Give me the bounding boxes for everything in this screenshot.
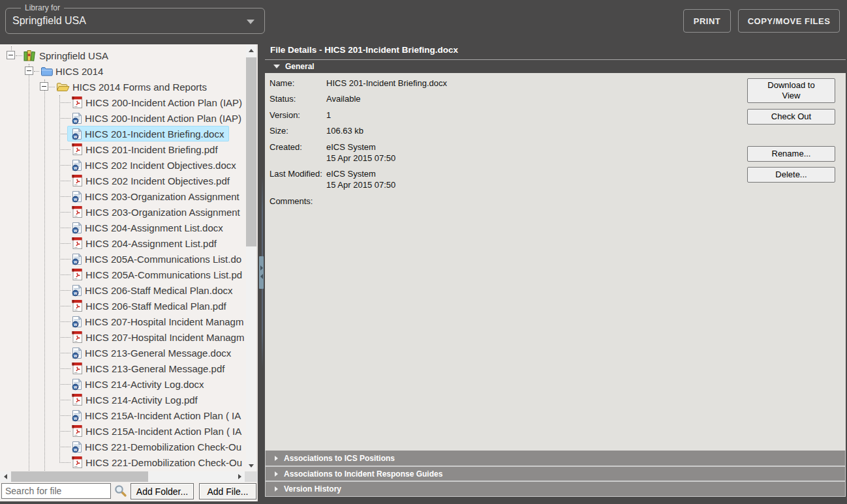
tree-item-label: HICS 215A-Incident Action Plan ( IA [85, 410, 241, 421]
check-out-button[interactable]: Check Out [747, 109, 835, 125]
tree-item-hics-204-assignment-list-pdf[interactable]: HICS 204-Assignment List.pdf [0, 235, 246, 251]
tree-vertical-scrollbar[interactable] [246, 45, 256, 471]
panel-splitter[interactable] [258, 0, 265, 504]
tree-item-hics-2014-forms-and-reports[interactable]: HICS 2014 Forms and Reports [0, 79, 246, 95]
tree-item-hics-201-incident-briefing-pdf[interactable]: HICS 201-Incident Briefing.pdf [0, 141, 246, 157]
file-details-panel: General Download to View Check Out Renam… [265, 59, 846, 497]
chevron-down-icon [247, 20, 254, 24]
tree-item-hics-206-staff-medical-plan-pdf[interactable]: HICS 206-Staff Medical Plan.pdf [0, 298, 246, 314]
word-file-icon: w [72, 112, 82, 125]
field-label: Name: [270, 78, 326, 89]
svg-text:w: w [73, 384, 78, 389]
word-file-icon: w [72, 316, 82, 328]
tree-item-label: HICS 213-General Message.docx [85, 348, 231, 359]
word-file-icon: w [72, 253, 82, 265]
tree-item-label: HICS 215A-Incident Action Plan ( IA [85, 426, 241, 437]
tree-item-hics-2014[interactable]: HICS 2014 [0, 63, 246, 79]
tree-item-hics-201-incident-briefing-docx[interactable]: wHICS 201-Incident Briefing.docx [0, 126, 246, 141]
search-icon[interactable] [114, 484, 127, 497]
tree-item-hics-204-assignment-list-docx[interactable]: wHICS 204-Assignment List.docx [0, 220, 246, 235]
pdf-file-icon [72, 174, 83, 187]
scroll-right-button[interactable] [234, 471, 245, 482]
splitter-handle[interactable] [259, 256, 264, 289]
tree-item-hics-207-hospital-incident-managm[interactable]: wHICS 207-Hospital Incident Managm [0, 314, 246, 329]
tree-item-hics-215a-incident-action-plan-ia[interactable]: wHICS 215A-Incident Action Plan ( IA [0, 408, 246, 423]
add-file-button[interactable]: Add File... [199, 483, 256, 499]
pdf-file-icon [72, 143, 83, 156]
download-to-view-button[interactable]: Download to View [747, 78, 835, 103]
rename-button[interactable]: Rename... [747, 146, 835, 162]
tree-item-hics-213-general-message-pdf[interactable]: HICS 213-General Message.pdf [0, 361, 246, 376]
word-file-icon: w [72, 409, 82, 422]
general-section-content: Download to View Check Out Rename... Del… [265, 73, 846, 451]
tree-horizontal-scrollbar[interactable] [0, 471, 245, 482]
tree-item-label: HICS 221-Demobilization Check-Ou [85, 457, 242, 468]
library-selector-value: Springfield USA [12, 15, 86, 27]
svg-text:w: w [73, 196, 78, 201]
pdf-file-icon [72, 96, 83, 109]
tree-item-label: HICS 214-Activity Log.docx [85, 379, 204, 390]
tree-item-hics-203-organization-assignment[interactable]: HICS 203-Organization Assignment [0, 204, 246, 220]
section-assoc-irg-header[interactable]: Associations to Incident Response Guides [265, 466, 846, 481]
word-file-icon: w [72, 378, 82, 391]
tree-item-label: HICS 201-Incident Briefing.pdf [85, 144, 218, 155]
tree-item-hics-205a-communications-list-pd[interactable]: HICS 205A-Communications List.pd [0, 267, 246, 282]
pdf-file-icon [72, 268, 83, 281]
tree-item-hics-207-hospital-incident-managm[interactable]: HICS 207-Hospital Incident Managm [0, 329, 246, 345]
tree-item-label: HICS 201-Incident Briefing.docx [85, 128, 224, 140]
search-input[interactable] [1, 483, 111, 499]
horizontal-scrollbar-thumb[interactable] [11, 471, 148, 482]
field-value: eICS System 15 Apr 2015 07:50 [326, 141, 692, 164]
svg-text:w: w [73, 165, 78, 170]
scroll-down-button[interactable] [246, 460, 256, 471]
word-file-icon: w [72, 347, 82, 359]
svg-text:w: w [73, 447, 78, 451]
file-tree: Springfield USAHICS 2014HICS 2014 Forms … [0, 45, 246, 471]
tree-item-hics-205a-communications-list-do[interactable]: wHICS 205A-Communications List.do [0, 251, 246, 267]
collapse-toggle-icon[interactable] [40, 82, 48, 91]
scroll-left-button[interactable] [0, 471, 10, 482]
tree-item-label: HICS 206-Staff Medical Plan.docx [85, 285, 233, 296]
section-assoc-ics-header[interactable]: Associations to ICS Positions [265, 451, 846, 466]
print-button[interactable]: PRINT [683, 9, 731, 33]
tree-item-label: HICS 200-Incident Action Plan (IAP) [85, 97, 242, 108]
tree-item-hics-214-activity-log-docx[interactable]: wHICS 214-Activity Log.docx [0, 376, 246, 392]
collapse-toggle-icon[interactable] [25, 67, 33, 75]
copy-move-files-button[interactable]: COPY/MOVE FILES [738, 9, 840, 33]
tree-item-hics-213-general-message-docx[interactable]: wHICS 213-General Message.docx [0, 345, 246, 361]
tree-item-label: HICS 221-Demobilization Check-Ou [85, 441, 241, 452]
tree-item-hics-215a-incident-action-plan-ia[interactable]: HICS 215A-Incident Action Plan ( IA [0, 423, 246, 439]
tree-item-hics-221-demobilization-check-ou[interactable]: HICS 221-Demobilization Check-Ou [0, 454, 246, 470]
tree-item-hics-200-incident-action-plan-iap[interactable]: HICS 200-Incident Action Plan (IAP) [0, 95, 246, 110]
collapse-toggle-icon[interactable] [7, 51, 15, 59]
tree-item-hics-200-incident-action-plan-iap[interactable]: wHICS 200-Incident Action Plan (IAP) [0, 110, 246, 126]
tree-item-hics-202-incident-objectives-docx[interactable]: wHICS 202 Incident Objectives.docx [0, 157, 246, 173]
tree-item-hics-202-incident-objectives-pdf[interactable]: HICS 202 Incident Objectives.pdf [0, 173, 246, 188]
field-value: HICS 201-Incident Briefing.docx [326, 78, 692, 89]
tree-item-label: HICS 2014 Forms and Reports [72, 82, 207, 93]
word-file-icon: w [72, 284, 82, 297]
expand-arrow-icon [275, 486, 278, 492]
tree-item-label: HICS 205A-Communications List.do [85, 254, 241, 265]
library-selector[interactable]: Library for Springfield USA [5, 8, 265, 34]
pdf-file-icon [72, 237, 83, 250]
library-tree-panel: Springfield USAHICS 2014HICS 2014 Forms … [0, 44, 258, 501]
word-file-icon: w [72, 128, 82, 140]
scroll-up-button[interactable] [246, 45, 256, 55]
scrollbar-corner [245, 471, 258, 482]
tree-item-springfield-usa[interactable]: Springfield USA [0, 48, 246, 63]
section-general-header[interactable]: General [265, 60, 846, 73]
tree-item-hics-214-activity-log-pdf[interactable]: HICS 214-Activity Log.pdf [0, 392, 246, 408]
field-label: Last Modified: [270, 168, 326, 179]
collapse-arrow-icon [273, 65, 280, 68]
tree-item-hics-203-organization-assignment[interactable]: wHICS 203-Organization Assignment [0, 188, 246, 204]
tree-item-label: HICS 204-Assignment List.pdf [85, 238, 217, 249]
svg-text:w: w [73, 134, 78, 138]
tree-item-hics-206-staff-medical-plan-docx[interactable]: wHICS 206-Staff Medical Plan.docx [0, 282, 246, 298]
section-version-history-header[interactable]: Version History [265, 481, 846, 496]
delete-button[interactable]: Delete... [747, 167, 835, 183]
vertical-scrollbar-thumb[interactable] [246, 57, 256, 246]
add-folder-button[interactable]: Add Folder... [131, 483, 194, 499]
tree-item-hics-221-demobilization-check-ou[interactable]: wHICS 221-Demobilization Check-Ou [0, 439, 246, 454]
svg-text:w: w [73, 290, 78, 295]
